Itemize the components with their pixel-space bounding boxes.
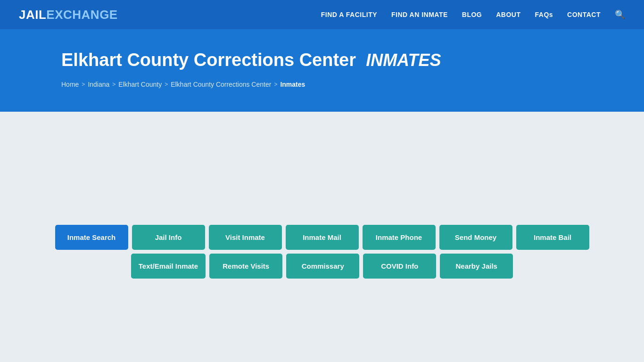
- nav-link-blog[interactable]: BLOG: [462, 11, 482, 18]
- btn-inmate-search[interactable]: Inmate Search: [55, 225, 128, 250]
- btn-commissary[interactable]: Commissary: [286, 254, 359, 279]
- btn-remote-visits[interactable]: Remote Visits: [209, 254, 282, 279]
- button-section: Inmate Search Jail Info Visit Inmate Inm…: [61, 225, 583, 279]
- btn-visit-inmate[interactable]: Visit Inmate: [209, 225, 282, 250]
- page-title: Elkhart County Corrections Center INMATE…: [61, 49, 583, 71]
- btn-inmate-phone[interactable]: Inmate Phone: [363, 225, 436, 250]
- main-content: Inmate Search Jail Info Visit Inmate Inm…: [0, 112, 644, 338]
- btn-send-money[interactable]: Send Money: [439, 225, 512, 250]
- breadcrumb-sep-2: >: [112, 81, 116, 88]
- nav-link-contact[interactable]: CONTACT: [567, 11, 601, 18]
- nav-link-about[interactable]: ABOUT: [496, 11, 520, 18]
- breadcrumb-facility[interactable]: Elkhart County Corrections Center: [171, 81, 271, 88]
- btn-inmate-mail[interactable]: Inmate Mail: [286, 225, 359, 250]
- breadcrumb-indiana[interactable]: Indiana: [88, 81, 109, 88]
- nav-item-faqs[interactable]: FAQs: [535, 10, 553, 19]
- btn-text-email-inmate[interactable]: Text/Email Inmate: [131, 254, 206, 279]
- logo-exchange: EXCHANGE: [46, 8, 117, 22]
- search-icon[interactable]: 🔍: [615, 10, 625, 19]
- breadcrumb-sep-4: >: [274, 81, 277, 88]
- breadcrumb-elkhart-county[interactable]: Elkhart County: [118, 81, 162, 88]
- nav-item-find-inmate[interactable]: FIND AN INMATE: [391, 10, 448, 19]
- nav-item-find-facility[interactable]: FIND A FACILITY: [321, 10, 377, 19]
- breadcrumb-sep-3: >: [165, 81, 168, 88]
- btn-inmate-bail[interactable]: Inmate Bail: [516, 225, 589, 250]
- search-icon-container[interactable]: 🔍: [615, 9, 625, 20]
- page-title-sub: INMATES: [366, 50, 441, 70]
- logo-jail: JAIL: [19, 8, 46, 22]
- breadcrumb-sep-1: >: [82, 81, 85, 88]
- logo[interactable]: JAIL EXCHANGE: [19, 8, 118, 22]
- button-row-1: Inmate Search Jail Info Visit Inmate Inm…: [61, 225, 583, 250]
- nav-item-contact[interactable]: CONTACT: [567, 10, 601, 19]
- breadcrumb-current: Inmates: [280, 81, 305, 88]
- hero-section: Elkhart County Corrections Center INMATE…: [0, 31, 644, 112]
- button-row-2: Text/Email Inmate Remote Visits Commissa…: [61, 254, 583, 279]
- nav-link-find-inmate[interactable]: FIND AN INMATE: [391, 11, 448, 18]
- btn-nearby-jails[interactable]: Nearby Jails: [440, 254, 513, 279]
- btn-jail-info[interactable]: Jail Info: [132, 225, 205, 250]
- nav-item-about[interactable]: ABOUT: [496, 10, 520, 19]
- breadcrumb: Home > Indiana > Elkhart County > Elkhar…: [61, 81, 583, 88]
- nav-link-find-facility[interactable]: FIND A FACILITY: [321, 11, 377, 18]
- nav-link-faqs[interactable]: FAQs: [535, 11, 553, 18]
- navbar: JAIL EXCHANGE FIND A FACILITY FIND AN IN…: [0, 0, 644, 31]
- nav-item-blog[interactable]: BLOG: [462, 10, 482, 19]
- page-title-main: Elkhart County Corrections Center: [61, 50, 356, 70]
- nav-links: FIND A FACILITY FIND AN INMATE BLOG ABOU…: [321, 9, 625, 20]
- btn-covid-info[interactable]: COVID Info: [363, 254, 436, 279]
- breadcrumb-home[interactable]: Home: [61, 81, 79, 88]
